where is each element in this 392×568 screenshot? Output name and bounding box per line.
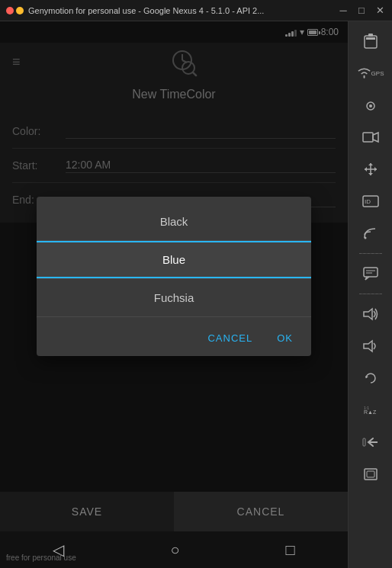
dot-yellow[interactable] <box>16 7 24 14</box>
dialog-overlay: Black Blue Fuchsia CANCEL OK <box>0 21 348 531</box>
title-bar-left: Genymotion for personal use - Google Nex… <box>6 6 264 15</box>
sidebar-volume-up-icon[interactable] <box>357 300 384 328</box>
svg-rect-10 <box>363 133 373 142</box>
device-screen: ▾ 8:00 ≡ New TimeColor Color: <box>0 21 348 568</box>
svg-text:ID: ID <box>365 198 371 205</box>
right-sidebar: GPS ID <box>348 21 392 568</box>
sidebar-chat-icon[interactable] <box>357 260 384 287</box>
gps-label: GPS <box>371 70 384 77</box>
dialog-actions: CANCEL OK <box>37 323 311 356</box>
svg-point-20 <box>364 237 366 239</box>
sidebar-rotate-icon[interactable] <box>357 364 384 392</box>
minimize-button[interactable]: ─ <box>337 5 349 16</box>
svg-rect-30 <box>363 438 365 446</box>
watermark: free for personal use <box>6 554 76 562</box>
sidebar-battery-icon[interactable] <box>357 27 384 55</box>
svg-point-9 <box>369 104 372 108</box>
window-title: Genymotion for personal use - Google Nex… <box>28 6 264 15</box>
svg-rect-21 <box>364 268 378 277</box>
svg-rect-31 <box>365 469 377 480</box>
sidebar-recent-icon[interactable] <box>357 460 384 488</box>
dialog-cancel-button[interactable]: CANCEL <box>201 329 259 347</box>
window-controls: ─ □ ✕ <box>337 5 386 16</box>
dialog-item-black[interactable]: Black <box>37 203 311 241</box>
svg-rect-6 <box>368 34 373 37</box>
sidebar-map-icon[interactable]: R▲Z 1:1 <box>357 396 384 424</box>
sidebar-camera-icon[interactable] <box>357 91 384 119</box>
svg-marker-17 <box>374 167 377 172</box>
sidebar-volume-down-icon[interactable] <box>357 332 384 360</box>
dialog-item-fuchsia[interactable]: Fuchsia <box>37 279 311 317</box>
sidebar-id-icon[interactable]: ID <box>357 188 384 215</box>
sidebar-rss-icon[interactable] <box>357 220 384 247</box>
home-nav-icon[interactable]: ○ <box>170 541 179 559</box>
svg-marker-24 <box>364 309 372 319</box>
svg-marker-15 <box>368 173 373 175</box>
dialog-item-blue[interactable]: Blue <box>37 241 311 279</box>
sidebar-wifi-icon[interactable]: GPS <box>357 59 384 87</box>
color-picker-dialog: Black Blue Fuchsia CANCEL OK <box>37 197 311 356</box>
dialog-list: Black Blue Fuchsia <box>37 197 311 323</box>
sidebar-video-icon[interactable] <box>357 124 384 151</box>
svg-text:1:1: 1:1 <box>364 406 369 410</box>
sidebar-back-icon[interactable] <box>357 428 384 456</box>
close-button[interactable]: ✕ <box>374 5 386 16</box>
nav-bar: ◁ ○ □ <box>0 531 348 568</box>
svg-marker-11 <box>373 133 378 142</box>
svg-marker-14 <box>368 163 373 165</box>
sidebar-divider-1 <box>359 253 382 254</box>
dialog-ok-button[interactable]: OK <box>271 329 299 347</box>
sidebar-move-icon[interactable] <box>357 156 384 183</box>
title-bar: Genymotion for personal use - Google Nex… <box>0 0 392 21</box>
svg-rect-7 <box>366 37 375 40</box>
sidebar-divider-2 <box>359 294 382 294</box>
svg-rect-32 <box>367 471 374 477</box>
dot-red[interactable] <box>6 7 14 14</box>
recent-nav-icon[interactable]: □ <box>285 541 294 559</box>
window-dots <box>6 7 24 14</box>
svg-text:R▲Z: R▲Z <box>364 409 377 415</box>
svg-marker-25 <box>364 341 372 351</box>
maximize-button[interactable]: □ <box>355 5 368 16</box>
svg-marker-16 <box>365 167 367 172</box>
